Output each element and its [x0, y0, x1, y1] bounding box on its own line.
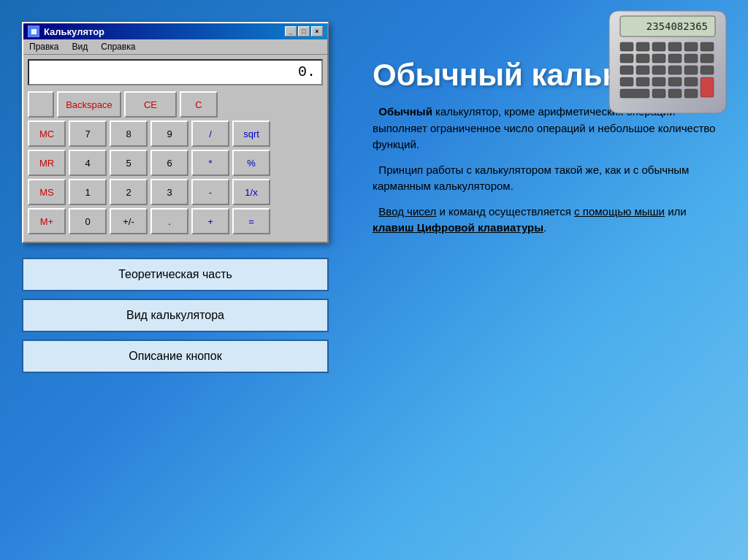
svg-rect-30: [684, 89, 698, 98]
content-area: Обычный калькулятор, кроме арифметически…: [373, 104, 726, 245]
c-button[interactable]: C: [180, 91, 218, 118]
svg-rect-10: [636, 54, 649, 63]
svg-rect-20: [701, 66, 714, 74]
svg-rect-16: [636, 66, 649, 74]
svg-rect-8: [701, 42, 714, 51]
calculator-image: 2354082365: [595, 7, 741, 117]
backspace-button[interactable]: Backspace: [57, 91, 121, 118]
para3-link2[interactable]: с помощью мыши: [574, 205, 665, 218]
btn-8[interactable]: 8: [110, 120, 148, 147]
btn-5[interactable]: 5: [110, 150, 148, 176]
menu-pravka[interactable]: Правка: [26, 41, 62, 53]
btn-plus[interactable]: +: [191, 208, 229, 234]
button-row-0: Backspace CE C: [28, 91, 323, 118]
svg-rect-9: [620, 54, 633, 63]
nav-buttons: Теоретическая часть Вид калькулятора Опи…: [22, 258, 329, 373]
svg-rect-27: [620, 89, 649, 98]
btn-1[interactable]: 1: [69, 179, 107, 205]
button-row-3: MS 1 2 3 - 1/x: [28, 179, 323, 205]
para-3: Ввод чисел и команд осуществляется с пом…: [373, 204, 726, 237]
nav-btn-theory[interactable]: Теоретическая часть: [22, 258, 329, 291]
menubar: Правка Вид Справка: [23, 39, 327, 55]
mplus-button[interactable]: M+: [28, 208, 66, 234]
btn-9[interactable]: 9: [150, 120, 188, 147]
window-title: Калькулятор: [44, 26, 104, 37]
para3-link3[interactable]: клавиш Цифровой клавиатуры: [373, 221, 543, 234]
svg-rect-17: [652, 66, 665, 74]
svg-rect-24: [668, 77, 682, 86]
btn-minus[interactable]: -: [191, 179, 229, 205]
btn-decimal[interactable]: .: [150, 208, 188, 234]
ce-button[interactable]: CE: [124, 91, 177, 118]
btn-divide[interactable]: /: [191, 120, 229, 147]
calculator-window: ▦ Калькулятор _ □ × Правка Вид Справка 0…: [22, 22, 329, 243]
menu-spravka[interactable]: Справка: [98, 41, 138, 53]
svg-rect-26: [701, 77, 714, 97]
nav-btn-view[interactable]: Вид калькулятора: [22, 299, 329, 332]
svg-rect-19: [684, 66, 698, 74]
svg-rect-6: [668, 42, 682, 51]
btn-percent[interactable]: %: [232, 150, 270, 176]
left-panel: ▦ Калькулятор _ □ × Правка Вид Справка 0…: [0, 0, 351, 560]
svg-rect-12: [668, 54, 682, 63]
svg-rect-23: [652, 77, 665, 86]
menu-vid[interactable]: Вид: [69, 41, 91, 53]
calc-display: 0.: [28, 59, 323, 85]
para2-text: Принцип работы с калькулятором такой же,…: [373, 164, 689, 193]
bold-word-1: Обычный: [378, 105, 432, 118]
btn-2[interactable]: 2: [110, 179, 148, 205]
para3-text2: и команд осуществляется: [436, 205, 574, 218]
btn-0[interactable]: 0: [69, 208, 107, 234]
para3-text4: или: [665, 205, 687, 218]
calc-buttons: Backspace CE C MC 7 8 9 / sqrt MR 4 5 6 …: [23, 88, 327, 242]
titlebar-buttons: _ □ ×: [285, 26, 323, 37]
svg-rect-7: [684, 42, 698, 51]
btn-equals[interactable]: =: [232, 208, 270, 234]
ms-button[interactable]: MS: [28, 179, 66, 205]
btn-3[interactable]: 3: [150, 179, 188, 205]
para3-link1[interactable]: Ввод чисел: [378, 205, 436, 218]
btn-plusminus[interactable]: +/-: [110, 208, 148, 234]
mr-button[interactable]: MR: [28, 150, 66, 176]
para-2: Принцип работы с калькулятором такой же,…: [373, 162, 726, 195]
btn-reciprocal[interactable]: 1/x: [232, 179, 270, 205]
svg-rect-4: [636, 42, 649, 51]
right-panel: 2354082365: [351, 0, 748, 560]
checkbox-button[interactable]: [28, 91, 54, 118]
close-button[interactable]: ×: [311, 26, 323, 37]
button-row-1: MC 7 8 9 / sqrt: [28, 120, 323, 147]
svg-rect-5: [652, 42, 665, 51]
button-row-4: M+ 0 +/- . + =: [28, 208, 323, 234]
mc-button[interactable]: MC: [28, 120, 66, 147]
para3-period: .: [543, 221, 546, 234]
svg-rect-3: [620, 42, 633, 51]
maximize-button[interactable]: □: [298, 26, 310, 37]
svg-rect-15: [620, 66, 633, 74]
svg-rect-11: [652, 54, 665, 63]
svg-rect-14: [701, 54, 714, 63]
minimize-button[interactable]: _: [285, 26, 297, 37]
app-icon: ▦: [28, 26, 39, 37]
btn-4[interactable]: 4: [69, 150, 107, 176]
svg-rect-21: [620, 77, 633, 86]
btn-7[interactable]: 7: [69, 120, 107, 147]
btn-sqrt[interactable]: sqrt: [232, 120, 270, 147]
btn-6[interactable]: 6: [150, 150, 188, 176]
svg-text:2354082365: 2354082365: [646, 20, 708, 32]
svg-rect-22: [636, 77, 649, 86]
nav-btn-description[interactable]: Описание кнопок: [22, 340, 329, 373]
svg-rect-29: [668, 89, 682, 98]
btn-multiply[interactable]: *: [191, 150, 229, 176]
svg-rect-18: [668, 66, 682, 74]
svg-rect-25: [684, 77, 698, 86]
titlebar: ▦ Калькулятор _ □ ×: [23, 23, 327, 39]
svg-rect-13: [684, 54, 698, 63]
button-row-2: MR 4 5 6 * %: [28, 150, 323, 176]
svg-rect-28: [652, 89, 665, 98]
titlebar-left: ▦ Калькулятор: [28, 26, 104, 37]
